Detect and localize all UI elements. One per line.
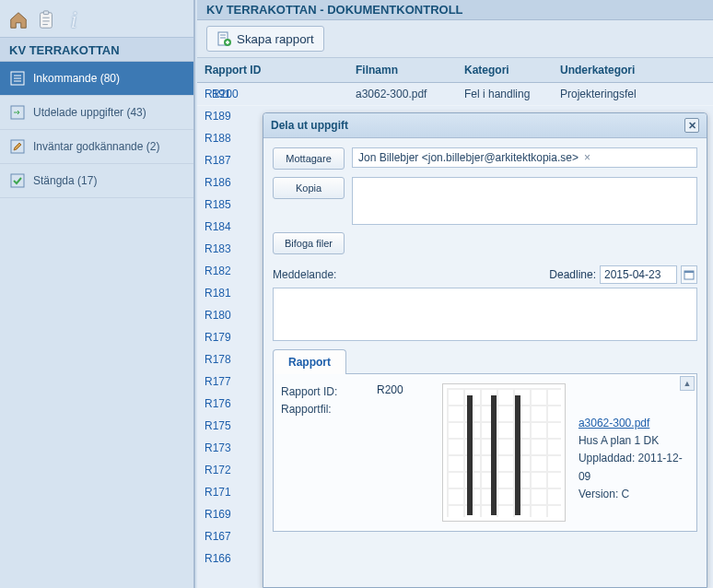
sidebar-item-inkommande[interactable]: Inkommande (80) xyxy=(0,62,193,96)
rapport-id-link[interactable]: R166 xyxy=(205,552,231,565)
create-report-button[interactable]: Skapa rapport xyxy=(206,26,324,52)
table-row[interactable]: R175 xyxy=(197,415,262,437)
rapport-id-link[interactable]: R172 xyxy=(205,464,231,476)
table-row[interactable]: R180 xyxy=(197,304,262,326)
rapport-id-link[interactable]: R182 xyxy=(205,265,231,277)
rapport-id-link[interactable]: R191 xyxy=(205,88,231,100)
nav-list: Inkommande (80) Utdelade uppgifter (43) … xyxy=(0,62,193,198)
home-icon[interactable] xyxy=(7,9,29,31)
table-row[interactable]: R181 xyxy=(197,282,262,304)
nav-label: Inkommande (80) xyxy=(33,72,120,85)
sidebar-item-stangda[interactable]: Stängda (17) xyxy=(0,164,193,198)
report-plus-icon xyxy=(216,31,231,46)
table-row[interactable]: R177 xyxy=(197,370,262,393)
sidebar-item-utdelade[interactable]: Utdelade uppgifter (43) xyxy=(0,96,193,130)
kopia-button[interactable]: Kopia xyxy=(273,177,345,199)
table-row[interactable]: R172 xyxy=(197,459,262,481)
rapport-id-link[interactable]: R180 xyxy=(205,309,231,322)
sidebar-item-invantar[interactable]: Inväntar godkännande (2) xyxy=(0,130,193,164)
tab-rapport[interactable]: Rapport xyxy=(273,349,346,374)
rapport-id-link[interactable]: R181 xyxy=(205,287,231,300)
table-row[interactable]: R189 xyxy=(197,105,262,127)
toolbar: Skapa rapport xyxy=(197,20,713,58)
tab-strip: Rapport xyxy=(273,348,697,374)
icon-bar: i xyxy=(0,0,193,37)
scroll-up-icon[interactable]: ▲ xyxy=(680,376,695,391)
create-report-label: Skapa rapport xyxy=(237,32,314,46)
rapport-id-link[interactable]: R179 xyxy=(205,331,231,344)
table-row[interactable]: R187 xyxy=(197,149,262,171)
col-filnamn[interactable]: Filnamn xyxy=(356,64,464,76)
rapportfil-label: Rapportfil: xyxy=(281,401,364,418)
grid-body: R200 a3062-300.pdf Fel i handling Projek… xyxy=(197,83,713,106)
rapport-id-link[interactable]: R171 xyxy=(205,486,231,499)
rapport-id-link[interactable]: R176 xyxy=(205,397,231,410)
rapport-id-link[interactable]: R178 xyxy=(205,353,231,366)
table-row[interactable]: R183 xyxy=(197,238,262,260)
rapport-id-link[interactable]: R189 xyxy=(205,110,231,123)
recipient-field[interactable]: Jon Billebjer <jon.billebjer@arkitektkop… xyxy=(352,147,697,168)
rapport-id-link[interactable]: R184 xyxy=(205,220,231,233)
table-row[interactable]: R167 xyxy=(197,525,262,547)
rapport-id-link[interactable]: R187 xyxy=(205,154,231,167)
nav-label: Utdelade uppgifter (43) xyxy=(33,106,146,119)
rapport-id-link[interactable]: R169 xyxy=(205,508,231,521)
check-icon xyxy=(9,172,26,189)
cell-kategori: Fel i handling xyxy=(464,88,560,100)
table-row[interactable]: R171 xyxy=(197,481,262,503)
rapport-id-link[interactable]: R183 xyxy=(205,242,231,255)
cell-underkategori: Projekteringsfel xyxy=(560,88,713,100)
table-row[interactable]: R188 xyxy=(197,127,262,149)
rapport-id-link[interactable]: R177 xyxy=(205,375,231,388)
clipboard-icon[interactable] xyxy=(35,9,57,31)
table-row[interactable]: R178 xyxy=(197,348,262,370)
rapport-id-link[interactable]: R188 xyxy=(205,132,231,145)
rapport-id-link[interactable]: R186 xyxy=(205,176,231,189)
forward-icon xyxy=(9,104,26,121)
rapport-id-link[interactable]: R175 xyxy=(205,419,231,432)
col-kategori[interactable]: Kategori xyxy=(464,64,560,76)
pencil-icon xyxy=(9,138,26,155)
file-thumbnail[interactable] xyxy=(442,383,566,522)
dialog-title-bar: Dela ut uppgift ✕ xyxy=(263,113,707,138)
table-row[interactable]: R166 xyxy=(197,547,262,570)
file-link[interactable]: a3062-300.pdf xyxy=(579,417,649,429)
nav-label: Stängda (17) xyxy=(33,174,97,187)
rapport-id-link[interactable]: R185 xyxy=(205,198,231,211)
svg-rect-1 xyxy=(43,11,49,15)
deadline-input[interactable] xyxy=(600,265,677,284)
bifoga-button[interactable]: Bifoga filer xyxy=(273,232,345,254)
tab-body: ▲ Rapport ID: Rapportfil: R200 a3062-300… xyxy=(273,374,697,532)
remove-recipient-icon[interactable]: × xyxy=(582,151,592,164)
table-row[interactable]: R191 xyxy=(197,83,262,105)
dialog-title: Dela ut uppgift xyxy=(271,119,348,132)
table-row[interactable]: R200 a3062-300.pdf Fel i handling Projek… xyxy=(197,83,713,106)
sidebar: i KV TERRAKOTTAN Inkommande (80) Utdelad… xyxy=(0,0,195,588)
assign-dialog: Dela ut uppgift ✕ Mottagare Jon Billebje… xyxy=(263,112,707,588)
sidebar-title: KV TERRAKOTTAN xyxy=(0,37,193,62)
col-underkategori[interactable]: Underkategori xyxy=(560,64,713,76)
svg-rect-11 xyxy=(11,174,24,187)
file-uploaded: Uppladdad: 2011-12-09 xyxy=(579,452,683,482)
table-row[interactable]: R173 xyxy=(197,437,262,459)
rapport-id-link[interactable]: R167 xyxy=(205,530,231,543)
table-row[interactable]: R185 xyxy=(197,194,262,216)
close-icon[interactable]: ✕ xyxy=(684,118,699,133)
table-row[interactable]: R186 xyxy=(197,171,262,194)
table-row[interactable]: R182 xyxy=(197,260,262,282)
table-row[interactable]: R184 xyxy=(197,216,262,238)
col-id[interactable]: Rapport ID xyxy=(197,64,356,76)
svg-rect-0 xyxy=(41,13,53,29)
info-icon[interactable]: i xyxy=(63,9,85,31)
mottagare-button[interactable]: Mottagare xyxy=(273,147,345,170)
rapport-id-link[interactable]: R173 xyxy=(205,441,231,454)
file-version: Version: C xyxy=(579,488,629,500)
list-icon xyxy=(9,70,26,87)
id-column: R191R189R188R187R186R185R184R183R182R181… xyxy=(197,83,262,570)
table-row[interactable]: R176 xyxy=(197,393,262,415)
copy-field[interactable] xyxy=(352,177,697,225)
table-row[interactable]: R179 xyxy=(197,326,262,348)
calendar-icon[interactable] xyxy=(681,265,697,284)
meddelande-field[interactable] xyxy=(273,288,697,341)
table-row[interactable]: R169 xyxy=(197,503,262,525)
